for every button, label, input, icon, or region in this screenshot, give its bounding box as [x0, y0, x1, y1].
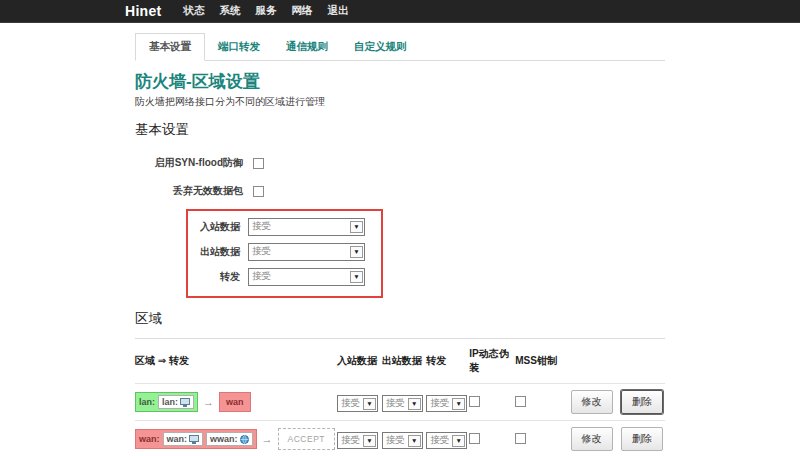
drop-invalid-checkbox[interactable]	[253, 186, 264, 197]
lan-output-select[interactable]: 接受 ▼	[382, 395, 423, 412]
chevron-down-icon: ▼	[363, 398, 376, 410]
wan-edit-button[interactable]: 修改	[571, 427, 613, 451]
output-policy-label: 出站数据	[188, 245, 240, 259]
topbar: Hinet 状态 系统 服务 网络 退出	[0, 0, 800, 23]
lan-forward-value: 接受	[427, 397, 449, 410]
nav-item-logout[interactable]: 退出	[328, 4, 349, 18]
forward-policy-row: 转发 接受 ▼	[188, 264, 381, 289]
nav-item-status[interactable]: 状态	[184, 4, 205, 18]
wan-mss-checkbox[interactable]	[515, 433, 526, 444]
wan-iface-box: wan:	[163, 432, 204, 446]
lan-iface-box: lan:	[158, 395, 194, 409]
chevron-down-icon: ▼	[408, 398, 421, 410]
chevron-down-icon: ▼	[350, 221, 363, 233]
col-forward: 转发	[426, 339, 469, 384]
syn-flood-row: 启用SYN-flood防御	[135, 149, 665, 177]
col-masquerading: IP动态伪装	[469, 339, 515, 384]
col-mss-clamping: MSS钳制	[515, 339, 566, 384]
lan-input-value: 接受	[338, 397, 360, 410]
lan-forward-select[interactable]: 接受 ▼	[426, 395, 467, 412]
wan-delete-button[interactable]: 删除	[621, 427, 663, 451]
output-policy-row: 出站数据 接受 ▼	[188, 239, 381, 264]
lan-delete-button[interactable]: 删除	[621, 390, 663, 414]
col-zone-forwardings: 区域 ⇒ 转发	[135, 339, 337, 384]
nav-item-services[interactable]: 服务	[256, 4, 277, 18]
zone-row-wan: wan: wan: wwan: → ACCEPT	[135, 421, 665, 456]
content: 基本设置 端口转发 通信规则 自定义规则 防火墙-区域设置 防火墙把网络接口分为…	[135, 33, 665, 456]
tab-basic-settings[interactable]: 基本设置	[135, 33, 205, 61]
input-policy-value: 接受	[249, 220, 271, 233]
chevron-down-icon: ▼	[350, 246, 363, 258]
drop-invalid-row: 丢弃无效数据包	[135, 177, 665, 205]
zones-header-row: 区域 ⇒ 转发 入站数据 出站数据 转发 IP动态伪装 MSS钳制	[135, 339, 665, 384]
chevron-down-icon: ▼	[408, 435, 421, 447]
tab-custom-rules[interactable]: 自定义规则	[341, 34, 420, 60]
wwan-iface-box: wwan:	[206, 432, 253, 446]
col-actions	[567, 339, 665, 384]
forward-policy-label: 转发	[188, 270, 240, 284]
wan-input-select[interactable]: 接受 ▼	[337, 432, 378, 449]
wwan-iface-label: wwan:	[210, 434, 238, 444]
wan-input-value: 接受	[338, 434, 360, 447]
chevron-down-icon: ▼	[452, 435, 465, 447]
input-policy-select[interactable]: 接受 ▼	[248, 218, 365, 236]
wan-output-value: 接受	[383, 434, 405, 447]
output-policy-select[interactable]: 接受 ▼	[248, 243, 365, 261]
syn-flood-label: 启用SYN-flood防御	[135, 156, 243, 170]
tab-traffic-rules[interactable]: 通信规则	[273, 34, 341, 60]
lan-zone-label: lan:	[139, 397, 155, 407]
output-policy-value: 接受	[249, 245, 271, 258]
wan-target-accept-box: ACCEPT	[278, 428, 335, 450]
lan-mss-checkbox[interactable]	[515, 396, 526, 407]
zones-table: 区域 ⇒ 转发 入站数据 出站数据 转发 IP动态伪装 MSS钳制 lan: l…	[135, 338, 665, 456]
input-policy-label: 入站数据	[188, 220, 240, 234]
nav-item-system[interactable]: 系统	[220, 4, 241, 18]
forward-policy-select[interactable]: 接受 ▼	[248, 268, 365, 286]
section-title-basic: 基本设置	[135, 121, 665, 139]
lan-iface-label: lan:	[162, 397, 178, 407]
wan-zone-label: wan:	[139, 434, 160, 444]
section-title-zones: 区域	[135, 310, 665, 328]
tab-port-forwards[interactable]: 端口转发	[205, 34, 273, 60]
lan-target-badge: wan	[219, 392, 251, 412]
wireless-icon	[240, 435, 249, 444]
wan-masq-checkbox[interactable]	[469, 433, 480, 444]
ethernet-icon	[180, 398, 190, 407]
tab-bar: 基本设置 端口转发 通信规则 自定义规则	[135, 33, 665, 61]
highlight-red-box: 入站数据 接受 ▼ 出站数据 接受 ▼ 转发 接受 ▼	[186, 209, 383, 298]
lan-edit-button[interactable]: 修改	[571, 390, 613, 414]
brand-logo: Hinet	[125, 3, 162, 19]
forward-policy-value: 接受	[249, 270, 271, 283]
lan-input-select[interactable]: 接受 ▼	[337, 395, 378, 412]
col-output: 出站数据	[382, 339, 427, 384]
wan-forward-select[interactable]: 接受 ▼	[426, 432, 467, 449]
lan-masq-checkbox[interactable]	[469, 396, 480, 407]
page-title: 防火墙-区域设置	[135, 70, 665, 93]
wan-forward-value: 接受	[427, 434, 449, 447]
syn-flood-checkbox[interactable]	[253, 158, 264, 169]
arrow-icon: →	[262, 433, 273, 445]
page-subtitle: 防火墙把网络接口分为不同的区域进行管理	[135, 95, 665, 109]
chevron-down-icon: ▼	[452, 398, 465, 410]
lan-output-value: 接受	[383, 397, 405, 410]
input-policy-row: 入站数据 接受 ▼	[188, 214, 381, 239]
lan-zone-badge: lan: lan:	[135, 392, 198, 412]
top-navigation: 状态 系统 服务 网络 退出	[184, 4, 349, 18]
wan-zone-badge: wan: wan: wwan:	[135, 429, 257, 449]
wan-iface-label: wan:	[167, 434, 188, 444]
drop-invalid-label: 丢弃无效数据包	[135, 184, 243, 198]
chevron-down-icon: ▼	[363, 435, 376, 447]
wan-output-select[interactable]: 接受 ▼	[382, 432, 423, 449]
zone-row-lan: lan: lan: → wan 接受 ▼	[135, 384, 665, 421]
arrow-icon: →	[203, 396, 214, 408]
col-input: 入站数据	[337, 339, 382, 384]
ethernet-icon	[189, 435, 199, 444]
nav-item-network[interactable]: 网络	[292, 4, 313, 18]
chevron-down-icon: ▼	[350, 271, 363, 283]
